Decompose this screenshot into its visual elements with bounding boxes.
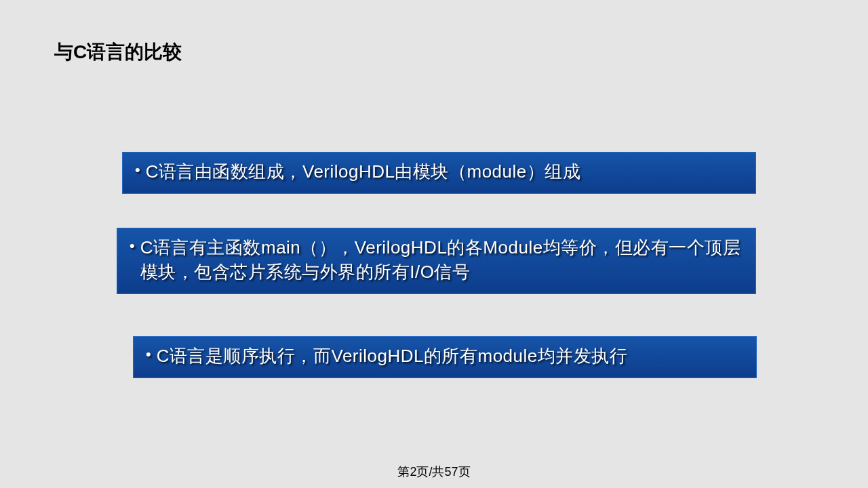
slide-title: 与C语言的比较 [54, 39, 182, 65]
bullet-text-3: C语言是顺序执行，而VerilogHDL的所有module均并发执行 [157, 344, 628, 368]
bullet-text-1: C语言由函数组成，VerilogHDL由模块（module）组成 [146, 159, 581, 184]
page-indicator: 第2页/共57页 [397, 464, 470, 480]
bullet-row: • C语言有主函数main（），VerilogHDL的各Module均等价，但必… [130, 235, 743, 284]
bullet-dot-icon: • [146, 344, 151, 365]
bullet-row: • C语言由函数组成，VerilogHDL由模块（module）组成 [135, 159, 743, 184]
bullet-box-1: • C语言由函数组成，VerilogHDL由模块（module）组成 [122, 152, 756, 194]
bullet-box-2: • C语言有主函数main（），VerilogHDL的各Module均等价，但必… [117, 228, 756, 294]
bullet-text-2: C语言有主函数main（），VerilogHDL的各Module均等价，但必有一… [140, 235, 743, 284]
bullet-dot-icon: • [135, 159, 140, 181]
bullet-box-3: • C语言是顺序执行，而VerilogHDL的所有module均并发执行 [133, 336, 757, 378]
bullet-row: • C语言是顺序执行，而VerilogHDL的所有module均并发执行 [146, 344, 744, 368]
bullet-dot-icon: • [130, 235, 135, 257]
